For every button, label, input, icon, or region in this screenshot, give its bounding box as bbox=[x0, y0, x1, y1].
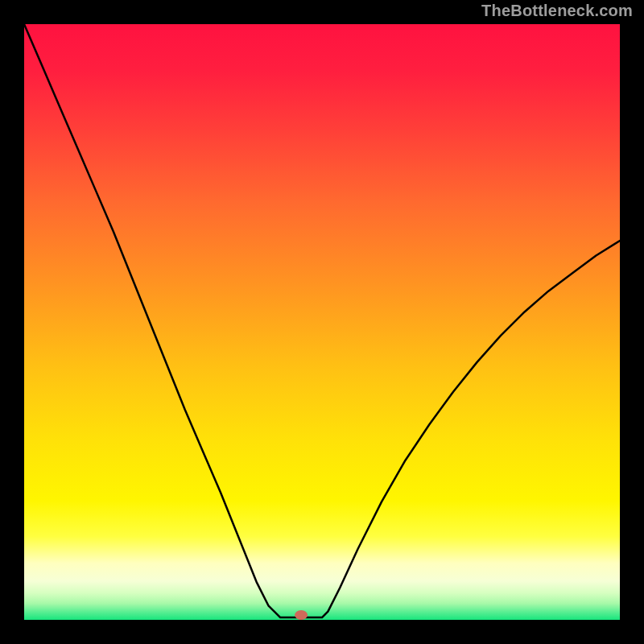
plot-area bbox=[24, 24, 620, 620]
watermark-text: TheBottleneck.com bbox=[481, 2, 633, 20]
chart-container: TheBottleneck.com bbox=[0, 0, 644, 644]
gradient-background bbox=[24, 24, 620, 620]
optimal-point-marker bbox=[295, 610, 308, 620]
plot-svg bbox=[24, 24, 620, 620]
